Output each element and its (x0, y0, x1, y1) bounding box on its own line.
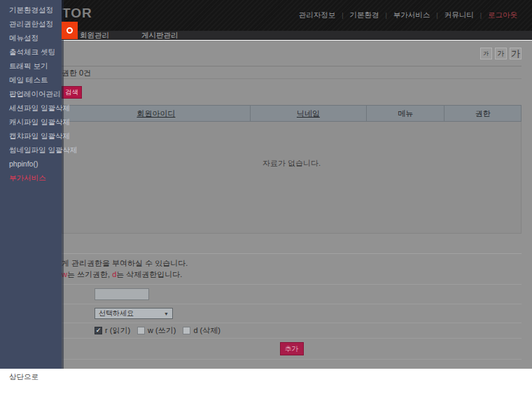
info-text-part: w (62, 270, 67, 278)
below-page-area: 상단으로 (0, 369, 532, 396)
table-empty-state: 자료가 없습니다. (62, 122, 522, 234)
utility-link[interactable]: 커뮤니티 (438, 10, 480, 20)
sidebar-menu-item[interactable]: 팝업레이어관리 (9, 87, 62, 101)
permission-checkbox-item[interactable]: d (삭제) (183, 325, 220, 336)
permission-checkbox-row: r (읽기) w (쓰기) d (삭제) (62, 323, 522, 339)
app-logo: TOR (62, 6, 92, 21)
admin-sidebar: 기본환경설정 관리권한설정 메뉴설정 출석체크 셋팅 트래픽 보기 메일 테스트… (0, 0, 62, 369)
member-id-input[interactable] (94, 288, 149, 300)
checkbox-icon[interactable] (183, 327, 190, 334)
empty-message: 자료가 없습니다. (62, 122, 521, 169)
nav-tabs: 회원관리 게시판관리 (0, 31, 532, 40)
info-line-2: w는 쓰기권한, d는 삭제권한입니다. (62, 269, 522, 280)
sidebar-menu-item[interactable]: 메일 테스트 (9, 73, 62, 87)
select-value: 선택하세요 (99, 309, 134, 318)
admin-page: TOR | 관리자정보 | 기본환경 | 부가서비스 | 커뮤니티 | 로그아웃 (0, 0, 532, 396)
permission-checkbox-item[interactable]: r (읽기) (94, 325, 130, 336)
permission-checkbox-item[interactable]: w (쓰기) (137, 325, 176, 336)
font-size-button[interactable]: 가 (480, 48, 492, 59)
circle-icon (66, 27, 73, 34)
utility-link[interactable]: 기본환경 (343, 10, 385, 20)
member-id-row (62, 285, 522, 304)
font-size-button[interactable]: 가 (510, 48, 522, 59)
font-size-button[interactable]: 가 (495, 48, 507, 59)
checkbox-label: r (읽기) (105, 325, 130, 336)
sidebar-menu-item[interactable]: phpinfo() (9, 157, 62, 171)
table-column-header[interactable]: 닉네임 (250, 106, 366, 122)
checkbox-label: d (삭제) (193, 325, 220, 336)
scroll-to-top-link[interactable]: 상단으로 (9, 372, 38, 382)
sidebar-menu-item[interactable]: 세션파일 일괄삭제 (9, 101, 62, 115)
sidebar-menu-item[interactable]: 부가서비스 (9, 171, 62, 185)
sidebar-menu: 기본환경설정 관리권한설정 메뉴설정 출석체크 셋팅 트래픽 보기 메일 테스트… (0, 0, 62, 185)
font-size-controls: 가 가 가 (62, 41, 522, 59)
sidebar-menu-item[interactable]: 출석체크 셋팅 (9, 45, 62, 59)
utility-link[interactable]: 부가서비스 (387, 10, 437, 20)
add-button[interactable]: 추가 (280, 342, 304, 355)
checkbox-label: w (쓰기) (148, 325, 176, 336)
info-text-part: 는 삭제권한입니다. (116, 270, 182, 278)
table-header-row: 회원아이디 닉네임 메뉴 권한 (62, 106, 522, 122)
info-text-part: 는 쓰기권한, (67, 270, 112, 278)
sidebar-menu-item[interactable]: 메뉴설정 (9, 31, 62, 45)
sidebar-menu-item[interactable]: 캐시파일 일괄삭제 (9, 115, 62, 129)
info-line-1: 게 관리권한을 부여하실 수 있습니다. (62, 257, 522, 269)
sidebar-toggle-button[interactable] (62, 22, 78, 39)
table-column-header[interactable]: 권한 (444, 106, 522, 122)
checkbox-icon[interactable] (137, 327, 145, 334)
permissions-table: 회원아이디 닉네임 메뉴 권한 (62, 105, 522, 122)
nav-tab[interactable]: 게시판관리 (141, 31, 178, 41)
sidebar-menu-item[interactable]: 관리권한설정 (9, 17, 62, 31)
top-header-bar: TOR | 관리자정보 | 기본환경 | 부가서비스 | 커뮤니티 | 로그아웃 (0, 0, 532, 31)
menu-select[interactable]: 선택하세요 ▼ (94, 308, 173, 319)
search-row: 검색 (62, 79, 522, 105)
sidebar-menu-item[interactable]: 썸네일파일 일괄삭제 (9, 143, 62, 157)
utility-link[interactable]: 로그아웃 (482, 10, 524, 20)
main-content: 가 가 가 권한 0건 검색 회원아이디 닉네임 (0, 41, 532, 369)
table-column-header[interactable]: 회원아이디 (62, 106, 251, 122)
search-button[interactable]: 검색 (62, 86, 82, 99)
admin-nav-bar: 회원관리 게시판관리 (0, 31, 532, 40)
menu-select-row: 선택하세요 ▼ (62, 304, 522, 323)
sidebar-menu-item[interactable]: 기본환경설정 (9, 3, 62, 17)
utility-link[interactable]: 관리자정보 (293, 10, 342, 20)
form-info: 게 관리권한을 부여하실 수 있습니다. w는 쓰기권한, d는 삭제권한입니다… (62, 254, 522, 285)
chevron-down-icon: ▼ (164, 311, 169, 316)
utility-links: | 관리자정보 | 기본환경 | 부가서비스 | 커뮤니티 | 로그아웃 (290, 10, 524, 20)
checkbox-icon[interactable] (94, 327, 102, 334)
sidebar-menu-item[interactable]: 캡챠파일 일괄삭제 (9, 129, 62, 143)
permission-checkboxes: r (읽기) w (쓰기) d (삭제) (94, 325, 220, 336)
sidebar-menu-item[interactable]: 트래픽 보기 (9, 59, 62, 73)
nav-tab[interactable]: 회원관리 (80, 31, 109, 41)
grant-permission-form: 게 관리권한을 부여하실 수 있습니다. w는 쓰기권한, d는 삭제권한입니다… (62, 253, 522, 360)
table-column-header[interactable]: 메뉴 (366, 106, 444, 122)
result-count: 권한 0건 (62, 66, 522, 79)
submit-row: 추가 (62, 339, 522, 360)
